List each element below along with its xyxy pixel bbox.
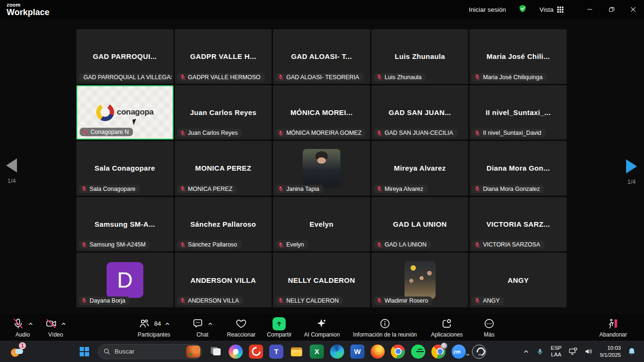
brand-workplace: Workplace xyxy=(7,8,50,16)
participant-name: NELLY CALDERON xyxy=(283,276,360,284)
share-button[interactable]: Compartir xyxy=(267,317,292,338)
pdf-reader-icon[interactable] xyxy=(249,345,263,359)
participants-button[interactable]: 84 Participantes xyxy=(138,317,170,338)
start-button-icon[interactable] xyxy=(77,345,91,359)
participant-tile-7[interactable]: Juan Carlos ReyesJuan Carlos Reyes xyxy=(175,85,272,140)
participant-tile-22[interactable]: ANDERSON VILLAANDERSON VILLA xyxy=(175,253,272,307)
participant-tile-12[interactable]: MONICA PEREZMONICA PEREZ xyxy=(175,141,272,196)
mic-muted-icon xyxy=(278,74,284,80)
ai-companion-button[interactable]: AI Companion xyxy=(304,317,340,338)
system-tray: ESP LAA 10:03 9/1/2025 xyxy=(523,345,639,358)
tray-mic-icon[interactable] xyxy=(537,348,544,355)
ai-sparkle-icon xyxy=(316,318,328,329)
participant-name: MONICA PEREZ xyxy=(190,164,256,172)
audio-button[interactable]: Audio xyxy=(10,317,35,338)
meeting-info-button[interactable]: Información de la reunión xyxy=(353,317,417,338)
sign-in-button[interactable]: Iniciar sesión xyxy=(469,6,506,13)
participant-tile-8[interactable]: MÓNICA MOREI...MÓNICA MOREIRA GOMEZ xyxy=(273,85,370,140)
close-button[interactable] xyxy=(622,0,644,19)
video-button[interactable]: Vídeo xyxy=(43,317,68,338)
participants-options-chevron[interactable] xyxy=(165,321,170,326)
participant-tile-3[interactable]: GAD ALOASI- T...GAD ALOASI- TESORERIA xyxy=(273,29,370,84)
minimize-button[interactable] xyxy=(579,0,601,19)
participant-tile-5[interactable]: Maria José Chili...Maria José Chiliquing… xyxy=(470,29,567,84)
prev-page-arrow-icon[interactable] xyxy=(6,158,17,173)
zoom-app-icon[interactable]: zm xyxy=(452,345,466,359)
file-explorer-icon[interactable] xyxy=(289,345,304,359)
obs-icon[interactable] xyxy=(472,345,486,359)
camera-off-icon xyxy=(45,318,57,329)
teams-icon[interactable]: T xyxy=(269,345,283,359)
participant-tile-15[interactable]: Diana Mora Gon...Diana Mora Gonzalez xyxy=(470,141,567,196)
chat-options-chevron[interactable] xyxy=(208,321,213,326)
excel-icon[interactable]: X xyxy=(310,345,324,359)
language-indicator[interactable]: ESP LAA xyxy=(551,345,561,358)
participant-label: VICTORIA SARZOSA xyxy=(472,240,544,249)
chat-button[interactable]: Chat xyxy=(190,317,215,338)
apps-button[interactable]: Aplicaciones xyxy=(431,317,462,338)
search-input[interactable]: Buscar xyxy=(98,344,202,359)
participant-tile-21[interactable]: DDayana Borja xyxy=(76,253,173,307)
participant-tile-13[interactable]: Janina Tapia xyxy=(273,141,370,196)
volume-icon[interactable] xyxy=(585,348,593,355)
leave-meeting-button[interactable]: Abandonar xyxy=(599,317,627,338)
title-bar: zoom Workplace Iniciar sesión Vista xyxy=(0,0,644,19)
participant-name: Samsung SM-A... xyxy=(90,220,160,228)
participant-tile-11[interactable]: Sala ConagopareSala Conagopare xyxy=(76,141,173,196)
participant-tile-10[interactable]: II nivel_Suntaxi_...II nivel_Suntaxi_Dav… xyxy=(470,85,567,140)
participant-tile-20[interactable]: VICTORIA SARZ...VICTORIA SARZOSA xyxy=(470,197,567,252)
participant-label: Evelyn xyxy=(275,240,308,249)
chrome-icon[interactable] xyxy=(391,345,405,359)
chrome2-icon[interactable] xyxy=(431,345,446,359)
next-page-arrow-icon[interactable] xyxy=(626,159,637,173)
restore-button[interactable] xyxy=(601,0,622,19)
security-shield-icon[interactable] xyxy=(518,4,527,15)
audio-options-chevron[interactable] xyxy=(28,321,33,326)
participant-tile-23[interactable]: NELLY CALDERONNELLY CALDERON xyxy=(273,253,370,307)
gallery-next-page[interactable]: 1/4 xyxy=(626,159,637,185)
task-view-icon[interactable] xyxy=(208,345,223,359)
widgets-icon[interactable]: 1 xyxy=(9,344,25,359)
lang-line2: LAA xyxy=(551,352,561,358)
participant-label: Mireya Alvarez xyxy=(374,185,428,193)
participant-tile-4[interactable]: Luis ZhunaulaLuis Zhunaula xyxy=(372,29,469,84)
firefox-icon[interactable] xyxy=(371,345,385,359)
participant-label: Dayana Borja xyxy=(79,296,130,305)
taskbar-clock[interactable]: 10:03 9/1/2025 xyxy=(600,345,621,358)
mic-muted-icon xyxy=(474,130,480,136)
participant-tile-24[interactable]: Wladimir Rosero xyxy=(372,253,469,307)
copilot-icon[interactable] xyxy=(229,345,243,359)
view-button[interactable]: Vista xyxy=(539,6,564,13)
more-button[interactable]: Más xyxy=(477,317,502,338)
participant-name: Maria José Chili... xyxy=(482,52,554,60)
participant-tile-16[interactable]: Samsung SM-A...Samsung SM-A245M xyxy=(76,197,173,252)
tray-chevron-icon[interactable] xyxy=(523,348,529,355)
participant-tile-25[interactable]: ANGYANGY xyxy=(470,253,567,307)
participant-tile-6[interactable]: conagopaConagopare N xyxy=(76,85,173,140)
word-icon[interactable]: W xyxy=(350,345,364,359)
edge-icon[interactable] xyxy=(330,345,344,359)
participant-avatar: D xyxy=(107,262,143,298)
participant-tile-18[interactable]: EvelynEvelyn xyxy=(273,197,370,252)
search-highlight-image[interactable] xyxy=(186,346,200,358)
brand-zoom: zoom xyxy=(7,2,50,8)
participant-tile-17[interactable]: Sánchez PallarosoSánchez Pallaroso xyxy=(175,197,272,252)
participant-name: Diana Mora Gon... xyxy=(482,164,554,172)
react-button[interactable]: Reaccionar xyxy=(227,317,256,338)
mic-muted-icon xyxy=(376,186,382,192)
meeting-stage: GAD PARROQUI...GAD PARROQUIAL LA VILLEGA… xyxy=(0,19,644,314)
participant-tile-9[interactable]: GAD SAN JUAN...GAD SAN JUAN-CECILIA xyxy=(372,85,469,140)
spotify-icon[interactable] xyxy=(411,345,425,359)
participant-label: Sánchez Pallaroso xyxy=(177,240,241,249)
participant-tile-19[interactable]: GAD LA UNIONGAD LA UNION xyxy=(372,197,469,252)
conagopare-ring-icon xyxy=(96,103,114,121)
notification-bell-icon[interactable] xyxy=(628,347,636,355)
video-options-chevron[interactable] xyxy=(61,321,66,326)
network-icon[interactable] xyxy=(569,347,578,355)
participant-label: GAD LA UNION xyxy=(374,240,431,249)
participant-tile-2[interactable]: GADPR VALLE H...GADPR VALLE HERMOSO xyxy=(175,29,272,84)
gallery-prev-page[interactable]: 1/4 xyxy=(6,158,17,184)
participant-tile-14[interactable]: Mireya AlvarezMireya Alvarez xyxy=(372,141,469,196)
participant-photo xyxy=(303,149,340,188)
participant-tile-1[interactable]: GAD PARROQUI...GAD PARROQUIAL LA VILLEGA… xyxy=(76,29,173,84)
